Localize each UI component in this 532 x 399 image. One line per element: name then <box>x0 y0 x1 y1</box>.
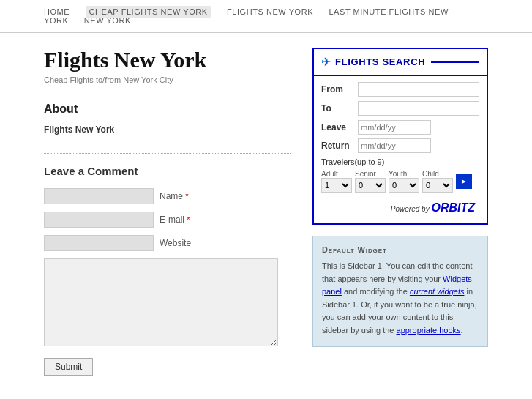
website-row: Website <box>44 235 291 251</box>
about-title: About <box>44 102 291 116</box>
comment-section: Leave a Comment Name * E-mail * Website <box>44 165 291 376</box>
email-input[interactable] <box>44 212 154 228</box>
nav-bar: HOME CHEAP FLIGHTS NEW YORK FLIGHTS NEW … <box>0 0 532 33</box>
page-title: Flights New York <box>44 48 291 72</box>
to-input[interactable] <box>358 101 479 116</box>
child-label: Child <box>422 170 439 178</box>
nav-home[interactable]: HOME <box>44 7 70 16</box>
youth-label: Youth <box>389 170 407 178</box>
leave-label: Leave <box>321 122 358 133</box>
widget-title: FLIGHTS SEARCH <box>335 56 425 67</box>
from-row: From <box>321 82 479 97</box>
default-widget: Default Widget This is Sidebar 1. You ca… <box>312 236 488 347</box>
flights-search-widget: ✈ FLIGHTS SEARCH From To Leave <box>312 48 488 225</box>
senior-group: Senior 012 <box>355 170 386 193</box>
comment-section-title: Leave a Comment <box>44 165 291 177</box>
email-row: E-mail * <box>44 212 291 228</box>
name-label: Name * <box>160 191 189 201</box>
sidebar: ✈ FLIGHTS SEARCH From To Leave <box>312 48 488 376</box>
section-divider <box>44 153 291 154</box>
return-label: Return <box>321 141 358 151</box>
adult-group: Adult 123 <box>321 170 352 193</box>
widget-body: From To Leave Return Travelers(up to 9) <box>314 76 487 223</box>
from-label: From <box>321 84 358 94</box>
travelers-label: Travelers(up to 9) <box>321 157 479 167</box>
powered-by: Powered by ORBITZ <box>321 198 479 217</box>
adult-select[interactable]: 123 <box>321 178 352 193</box>
submit-button[interactable]: Submit <box>44 358 93 376</box>
travelers-row: Adult 123 Senior 012 Youth <box>321 170 479 193</box>
current-widgets-link[interactable]: current widgets <box>410 287 465 296</box>
youth-select[interactable]: 012 <box>389 178 419 193</box>
to-row: To <box>321 101 479 116</box>
nav-flights-ny[interactable]: FLIGHTS NEW YORK <box>227 7 313 16</box>
comment-textarea[interactable] <box>44 258 278 346</box>
name-input[interactable] <box>44 188 154 204</box>
search-button[interactable]: ► <box>456 174 472 189</box>
hooks-link[interactable]: appropriate hooks <box>397 326 461 335</box>
website-input[interactable] <box>44 235 154 251</box>
nav-new-york[interactable]: NEW YORK <box>84 16 131 25</box>
name-row: Name * <box>44 188 291 204</box>
orbitz-brand: ORBITZ <box>431 201 475 214</box>
about-section: About Flights New York <box>44 102 291 135</box>
content-area: Flights New York Cheap Flights to/from N… <box>44 48 291 376</box>
adult-label: Adult <box>321 170 338 178</box>
child-select[interactable]: 012 <box>422 178 453 193</box>
to-label: To <box>321 103 358 113</box>
website-label: Website <box>160 238 191 248</box>
default-widget-title: Default Widget <box>322 245 479 254</box>
youth-group: Youth 012 <box>389 170 419 193</box>
email-label: E-mail * <box>160 215 190 225</box>
default-widget-text: This is Sidebar 1. You can edit the cont… <box>322 260 479 338</box>
leave-input[interactable] <box>358 120 431 135</box>
from-input[interactable] <box>358 82 479 97</box>
leave-row: Leave <box>321 120 479 135</box>
plane-icon: ✈ <box>321 55 331 69</box>
senior-label: Senior <box>355 170 376 178</box>
comment-textarea-wrapper <box>44 258 291 349</box>
return-input[interactable] <box>358 138 431 153</box>
child-group: Child 012 <box>422 170 453 193</box>
senior-select[interactable]: 012 <box>355 178 386 193</box>
about-body: Flights New York <box>44 124 291 135</box>
page-subtitle: Cheap Flights to/from New York City <box>44 75 291 84</box>
widget-header: ✈ FLIGHTS SEARCH <box>314 49 487 76</box>
header-line <box>431 61 479 63</box>
main-container: Flights New York Cheap Flights to/from N… <box>0 33 532 390</box>
return-row: Return <box>321 138 479 153</box>
